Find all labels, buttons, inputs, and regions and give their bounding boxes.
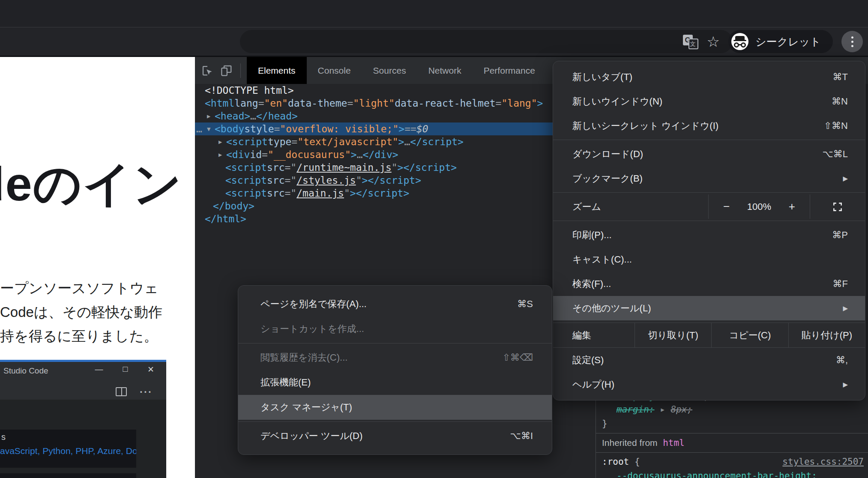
menu-item[interactable]: ヘルプ(H)▶ [553, 372, 865, 397]
code-token: … [250, 110, 256, 122]
menu-item[interactable]: 検索(F)...⌘F [553, 272, 865, 296]
zoom-in-button[interactable]: + [789, 200, 795, 213]
browser-app-menu: 新しいタブ(T)⌘T新しいウインドウ(N)⌘N新しいシークレット ウインドウ(I… [553, 61, 865, 400]
menu-item[interactable]: タスク マネージャ(T) [238, 395, 552, 420]
copy-button[interactable]: コピー(C) [711, 323, 788, 347]
fullscreen-icon [832, 201, 843, 212]
dom-tree-node[interactable]: ▶<div id="__docusaurus">…</div> [195, 148, 596, 161]
vscode-editor-actions: ··· [116, 387, 153, 396]
device-toolbar-icon[interactable] [220, 64, 233, 77]
menu-item-label: 新しいウインドウ(N) [572, 95, 823, 108]
code-token: > [398, 135, 404, 148]
menu-item[interactable]: 印刷(P)...⌘P [553, 223, 865, 247]
menu-item[interactable]: ダウンロード(D)⌥⌘L [553, 142, 865, 166]
css-variable-line[interactable]: --docusaurus-announcement-bar-height: [596, 469, 868, 478]
more-actions-icon: ··· [140, 390, 153, 394]
dom-tree-node[interactable]: …▼<body style="overflow: visible;"> == $… [195, 122, 596, 135]
code-token: <script [225, 187, 267, 200]
menu-item[interactable]: ブックマーク(B)▶ [553, 166, 865, 191]
tab-console[interactable]: Console [307, 57, 362, 84]
code-token: src [267, 161, 285, 174]
vscode-extension-links: avaScript, Python, PHP, Azure, Docker... [0, 446, 136, 456]
bookmark-star-icon[interactable] [707, 34, 720, 49]
menu-separator [553, 140, 865, 140]
code-token: data-react-helmet [395, 97, 495, 110]
dom-tree-node[interactable]: <script src="/main.js"></script> [195, 187, 596, 200]
menu-item[interactable]: 新しいシークレット ウインドウ(I)⇧⌘N [553, 114, 865, 138]
code-token: </html> [205, 212, 246, 225]
menu-item[interactable]: ページを別名で保存(A)...⌘S [238, 292, 552, 317]
browser-menu-button[interactable] [841, 31, 863, 52]
menu-separator [553, 221, 865, 221]
code-token: "overflow: visible;" [280, 122, 398, 135]
code-token: </div> [363, 148, 398, 161]
edit-row: 編集切り取り(T)コピー(C)貼り付け(P) [553, 323, 865, 348]
edit-label: 編集 [553, 323, 635, 347]
menu-separator [238, 421, 552, 422]
menu-item[interactable]: その他のツール(L)▶ [553, 296, 865, 320]
styles-divider [596, 433, 868, 433]
close-icon: ✕ [147, 364, 154, 374]
fullscreen-button[interactable] [810, 194, 865, 219]
code-token: /main.js [296, 187, 344, 200]
menu-item[interactable]: デベロッパー ツール(D)⌥⌘I [238, 424, 552, 448]
dom-tree-node[interactable]: <script src="/runtime~main.js"></script> [195, 161, 596, 174]
dom-tree-node[interactable]: <script src="/styles.js"></script> [195, 174, 596, 187]
tab-elements[interactable]: Elements [247, 57, 307, 84]
minimize-icon: — [95, 364, 103, 374]
browser-window: シークレット deのイン ープンソースソフトウェ Codeは、その軽快な動作 持… [0, 0, 868, 478]
code-token: <script [226, 135, 268, 148]
code-token: "text/javascript" [297, 135, 398, 148]
dom-tree-node[interactable]: ▶<head>…</head> [195, 110, 596, 122]
code-token: type [268, 135, 291, 148]
window-titlebar [0, 0, 868, 27]
inspect-element-icon[interactable] [201, 64, 214, 77]
zoom-row: ズーム−100%+ [553, 194, 865, 219]
dom-tree-node[interactable]: <html lang="en" data-theme="light" data-… [195, 97, 596, 110]
inherited-from-line: Inherited from html [596, 436, 868, 450]
devtools-tabs: ElementsConsoleSourcesNetworkPerformance [247, 57, 546, 84]
menu-shortcut: ⌘S [517, 299, 533, 310]
code-token: ></script> [350, 187, 409, 200]
expand-arrow-icon[interactable]: ▶ [207, 110, 215, 122]
toolbar-actions: シークレット [683, 27, 863, 56]
menu-item[interactable]: 拡張機能(E) [238, 370, 552, 395]
dom-tree-node[interactable]: </body> [195, 200, 596, 212]
code-token: <script [225, 174, 267, 187]
submenu-arrow-icon: ▶ [843, 175, 848, 182]
code-token: = [258, 97, 264, 110]
styles-sidebar: display: ▸ block; margin: ▸ 8px; } Inher… [596, 398, 868, 478]
submenu-arrow-icon: ▶ [843, 305, 848, 312]
rule-close-brace: } [596, 417, 868, 431]
translate-icon[interactable] [683, 34, 698, 49]
cut-button[interactable]: 切り取り(T) [635, 323, 711, 347]
dom-tree-node[interactable]: </html> [195, 212, 596, 225]
menu-item-label: その他のツール(L) [572, 302, 834, 315]
incognito-icon [731, 33, 748, 50]
expand-arrow-icon[interactable]: ▶ [218, 135, 226, 148]
vscode-panel-partial [0, 473, 136, 478]
code-token: " [344, 187, 350, 200]
paste-button[interactable]: 貼り付け(P) [788, 323, 865, 347]
tab-network[interactable]: Network [417, 57, 473, 84]
code-token: data-theme [288, 97, 347, 110]
code-token: id [250, 148, 262, 161]
expand-arrow-icon[interactable]: ▶ [218, 148, 226, 161]
menu-item-label: キャスト(C)... [572, 253, 848, 266]
inherited-node-link[interactable]: html [663, 438, 685, 448]
stylesheet-link[interactable]: styles.css:2507 [782, 455, 864, 469]
overridden-style-line[interactable]: margin: ▸ 8px; [596, 403, 868, 417]
code-token: </head> [256, 110, 298, 122]
menu-item[interactable]: 新しいウインドウ(N)⌘N [553, 89, 865, 114]
menu-item[interactable]: キャスト(C)... [553, 247, 865, 272]
tab-performance[interactable]: Performance [473, 57, 546, 84]
zoom-out-button[interactable]: − [723, 200, 730, 213]
menu-item[interactable]: 新しいタブ(T)⌘T [553, 65, 865, 89]
expand-arrow-open-icon[interactable]: ▼ [207, 122, 215, 135]
tab-sources[interactable]: Sources [362, 57, 417, 84]
dom-tree-node[interactable]: ▶<script type="text/javascript">…</scrip… [195, 135, 596, 148]
menu-item[interactable]: 設定(S)⌘, [553, 348, 865, 372]
dom-tree-node[interactable]: <!DOCTYPE html> [195, 84, 596, 97]
address-bar[interactable] [240, 30, 733, 53]
menu-shortcut: ⌘T [833, 72, 848, 83]
